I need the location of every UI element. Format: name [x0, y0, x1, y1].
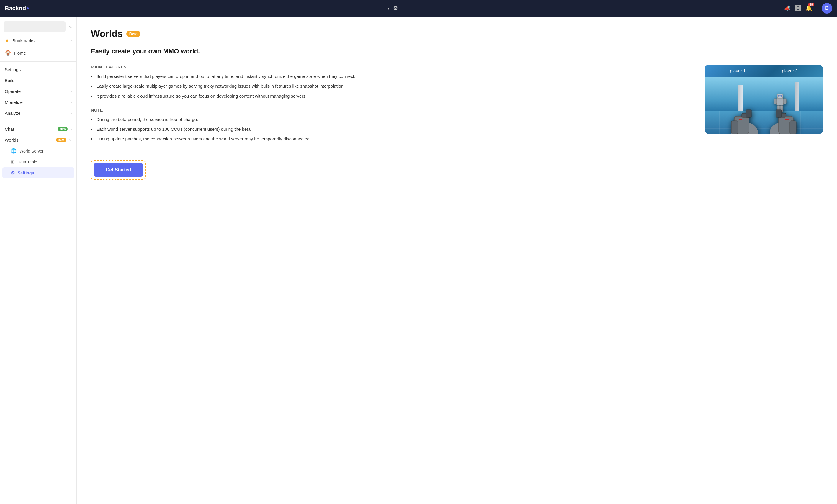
monetize-label: Monetize — [5, 100, 68, 105]
player-labels: player 1 player 2 — [705, 65, 823, 77]
home-label: Home — [14, 51, 72, 55]
notification-badge: 99 — [808, 3, 814, 6]
sidebar-search-area: « — [0, 17, 76, 34]
player2-label: player 2 — [764, 68, 816, 73]
avatar[interactable]: B — [822, 3, 832, 14]
notes-list: During the beta period, the service is f… — [91, 116, 691, 143]
chevron-right-icon-chat: › — [71, 127, 72, 131]
sidebar-item-operate[interactable]: Operate › — [0, 86, 76, 97]
game-scene — [705, 77, 823, 134]
chat-new-badge: New — [58, 127, 68, 131]
note-1: During the beta period, the service is f… — [91, 116, 691, 123]
note-2: Each world server supports up to 100 CCU… — [91, 126, 691, 132]
megaphone-icon[interactable]: 📣 — [784, 5, 791, 12]
gear-icon[interactable]: ⚙ — [393, 5, 398, 12]
sidebar-divider-1 — [0, 61, 76, 62]
nav-divider — [817, 5, 817, 12]
sidebar-subitem-data-table[interactable]: ⊞ Data Table — [0, 156, 76, 167]
nav-right: 📣 🅱 🔔 99 B — [784, 3, 832, 14]
sidebar-item-settings[interactable]: Settings › — [0, 64, 76, 75]
data-table-label: Data Table — [17, 160, 37, 164]
sidebar-item-monetize[interactable]: Monetize › — [0, 97, 76, 108]
table-icon: ⊞ — [11, 159, 15, 165]
chat-label: Chat — [5, 127, 55, 132]
gear-sub-icon: ⚙ — [11, 170, 15, 176]
help-icon[interactable]: 🅱 — [795, 5, 801, 12]
operate-label: Operate — [5, 89, 68, 94]
bookmarks-label: Bookmarks — [12, 38, 68, 43]
feature-2: Easily create large-scale multiplayer ga… — [91, 83, 691, 89]
sidebar-item-chat[interactable]: Chat New › — [0, 124, 76, 134]
layout: « ★ Bookmarks › 🏠 Home Settings › Build … — [0, 17, 837, 504]
main-features-title: MAIN FEATURES — [91, 65, 691, 69]
logo-dot: • — [26, 4, 29, 12]
sidebar-item-worlds-group: Worlds Beta ∨ 🌐 World Server ⊞ Data Tabl… — [0, 134, 76, 178]
topnav: Backnd• ▾ ⚙ 📣 🅱 🔔 99 B — [0, 0, 837, 17]
get-started-button[interactable]: Get Started — [94, 163, 143, 177]
svg-rect-18 — [739, 119, 742, 120]
feature-1: Build persistent servers that players ca… — [91, 73, 691, 80]
dropdown-chevron: ▾ — [388, 6, 390, 11]
svg-rect-10 — [731, 121, 738, 134]
content-grid: MAIN FEATURES Build persistent servers t… — [91, 65, 823, 180]
build-label: Build — [5, 78, 68, 83]
chevron-right-icon-analyze: › — [71, 111, 72, 115]
world-server-label: World Server — [19, 149, 43, 154]
feature-3: It provides a reliable cloud infrastruct… — [91, 93, 691, 100]
get-started-wrapper: Get Started — [91, 160, 146, 180]
game-preview: player 1 player 2 — [705, 65, 823, 134]
sidebar-item-home[interactable]: 🏠 Home — [0, 47, 76, 59]
notification-icon[interactable]: 🔔 99 — [805, 5, 812, 12]
globe-icon: 🌐 — [11, 148, 17, 154]
page-header: Worlds Beta — [91, 28, 823, 39]
sidebar-item-worlds[interactable]: Worlds Beta ∨ — [0, 134, 76, 145]
player1-label: player 1 — [712, 68, 764, 73]
features-list: Build persistent servers that players ca… — [91, 73, 691, 100]
project-dropdown[interactable]: ▾ — [388, 6, 390, 11]
page-beta-badge: Beta — [126, 31, 141, 37]
collapse-button[interactable]: « — [68, 23, 73, 30]
home-icon: 🏠 — [5, 50, 11, 56]
svg-rect-19 — [785, 119, 789, 120]
note-3: During update patches, the connection be… — [91, 136, 691, 142]
sidebar-subitem-world-server[interactable]: 🌐 World Server — [0, 145, 76, 156]
chevron-down-icon: ∨ — [69, 138, 72, 142]
sidebar-item-bookmarks[interactable]: ★ Bookmarks › — [0, 34, 76, 47]
sidebar-divider-2 — [0, 121, 76, 121]
sidebar: « ★ Bookmarks › 🏠 Home Settings › Build … — [0, 17, 77, 504]
main-content: Worlds Beta Easily create your own MMO w… — [77, 17, 837, 504]
settings-label: Settings — [5, 67, 68, 72]
sidebar-item-analyze[interactable]: Analyze › — [0, 108, 76, 119]
sidebar-item-build[interactable]: Build › — [0, 75, 76, 86]
worlds-beta-badge: Beta — [56, 138, 66, 142]
settings-sub-label: Settings — [18, 170, 34, 175]
logo: Backnd• — [5, 4, 384, 12]
chevron-right-icon-operate: › — [71, 89, 72, 93]
svg-rect-12 — [746, 110, 751, 118]
game-preview-container: player 1 player 2 — [705, 65, 823, 134]
page-title: Worlds — [91, 28, 123, 39]
svg-rect-17 — [776, 110, 782, 118]
sidebar-subitem-settings-active[interactable]: ⚙ Settings — [2, 167, 74, 178]
chevron-right-icon-build: › — [71, 78, 72, 83]
svg-rect-15 — [790, 121, 796, 134]
worlds-label: Worlds — [5, 138, 53, 143]
robot-foreground-hands — [728, 87, 799, 134]
note-title: NOTE — [91, 108, 691, 112]
chevron-right-icon-settings: › — [71, 68, 72, 72]
chevron-right-icon-monetize: › — [71, 100, 72, 105]
content-left: MAIN FEATURES Build persistent servers t… — [91, 65, 691, 180]
search-box[interactable] — [3, 21, 66, 32]
game-scene-inner: player 1 player 2 — [705, 65, 823, 134]
subtitle: Easily create your own MMO world. — [91, 48, 823, 55]
analyze-label: Analyze — [5, 111, 68, 116]
star-icon: ★ — [5, 37, 10, 44]
chevron-right-icon: › — [71, 38, 72, 42]
logo-text: Backnd — [5, 5, 26, 12]
